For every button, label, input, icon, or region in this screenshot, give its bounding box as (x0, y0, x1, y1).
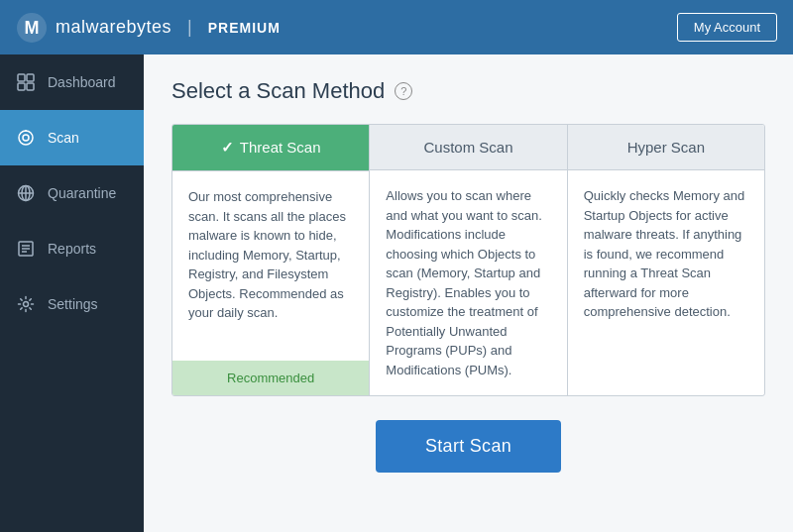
custom-scan-card[interactable]: Custom Scan Allows you to scan where and… (370, 125, 567, 395)
start-scan-button[interactable]: Start Scan (376, 420, 561, 473)
svg-rect-5 (27, 83, 34, 90)
malwarebytes-logo-icon: M (16, 12, 48, 44)
settings-icon (16, 294, 36, 314)
threat-scan-card[interactable]: ✓Threat Scan Our most comprehensive scan… (172, 125, 370, 395)
brand-divider: | (187, 17, 192, 38)
svg-text:M: M (25, 18, 40, 38)
threat-scan-header: ✓Threat Scan (172, 125, 369, 171)
scan-methods-container: ✓Threat Scan Our most comprehensive scan… (171, 124, 765, 396)
svg-rect-3 (27, 74, 34, 81)
hyper-scan-body: Quickly checks Memory and Startup Object… (568, 170, 764, 395)
threat-scan-body: Our most comprehensive scan. It scans al… (172, 171, 369, 361)
hyper-scan-card[interactable]: Hyper Scan Quickly checks Memory and Sta… (568, 125, 764, 395)
reports-icon (16, 239, 36, 259)
threat-scan-footer: Recommended (172, 361, 369, 395)
page-title-row: Select a Scan Method ? (171, 78, 765, 104)
start-scan-row: Start Scan (171, 420, 765, 473)
sidebar-item-reports[interactable]: Reports (0, 221, 144, 276)
app-header: M malwarebytes | PREMIUM My Account (0, 0, 793, 54)
svg-point-6 (19, 131, 33, 145)
svg-rect-2 (18, 74, 25, 81)
brand-name-text: malwarebytes (56, 17, 171, 38)
scan-icon (16, 128, 36, 148)
custom-scan-header: Custom Scan (370, 125, 566, 170)
hyper-scan-header: Hyper Scan (568, 125, 764, 170)
sidebar-item-scan[interactable]: Scan (0, 110, 144, 165)
sidebar-reports-label: Reports (48, 241, 96, 257)
sidebar-scan-label: Scan (48, 130, 79, 146)
main-content: Select a Scan Method ? ✓Threat Scan Our … (144, 54, 793, 532)
brand-tier-text: PREMIUM (208, 20, 281, 36)
quarantine-icon (16, 183, 36, 203)
sidebar-dashboard-label: Dashboard (48, 74, 116, 90)
brand-logo: M malwarebytes | PREMIUM (16, 12, 281, 44)
sidebar-item-quarantine[interactable]: Quarantine (0, 165, 144, 221)
grid-icon (16, 72, 36, 92)
help-icon[interactable]: ? (395, 82, 412, 100)
sidebar-quarantine-label: Quarantine (48, 185, 116, 201)
svg-point-17 (24, 302, 29, 307)
sidebar: Dashboard Scan Quarantine (0, 54, 144, 532)
threat-scan-checkmark: ✓ (221, 139, 234, 156)
sidebar-settings-label: Settings (48, 296, 98, 312)
svg-rect-4 (18, 83, 25, 90)
custom-scan-body: Allows you to scan where and what you wa… (370, 170, 566, 395)
page-title: Select a Scan Method (171, 78, 385, 104)
sidebar-item-dashboard[interactable]: Dashboard (0, 54, 144, 110)
app-layout: Dashboard Scan Quarantine (0, 54, 793, 532)
svg-point-7 (23, 135, 29, 141)
sidebar-item-settings[interactable]: Settings (0, 276, 144, 332)
my-account-button[interactable]: My Account (677, 13, 777, 42)
